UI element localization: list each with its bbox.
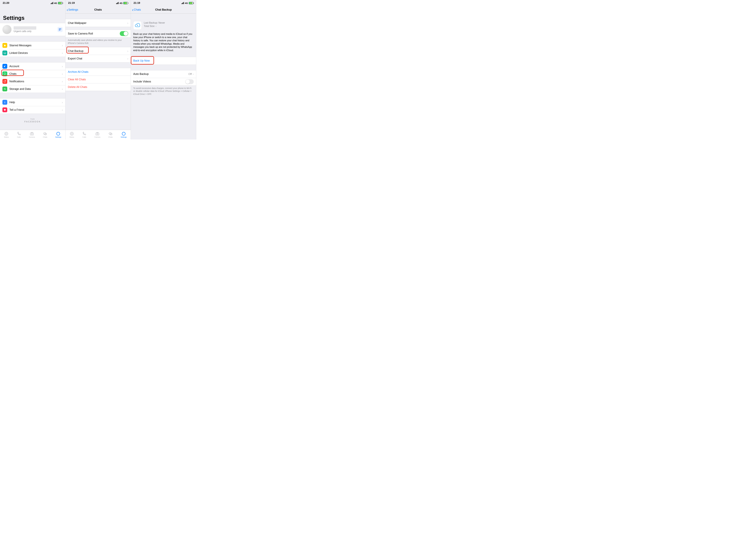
nav-bar: ‹Settings Chats (65, 6, 131, 14)
status-bar: 21:20 4G ⚡ (0, 0, 65, 6)
svg-point-25 (71, 133, 72, 134)
chevron-right-icon: › (62, 87, 63, 91)
status-right: 4G ⚡ (181, 2, 193, 4)
svg-point-14 (5, 101, 5, 102)
footer-data-charges: To avoid excessive data charges, connect… (131, 86, 196, 98)
tab-chats[interactable]: Chats (108, 132, 113, 138)
switch-save-camera-roll[interactable] (120, 31, 128, 36)
chevron-right-icon: › (62, 65, 63, 68)
profile-name (14, 26, 36, 30)
svg-rect-20 (31, 132, 33, 133)
row-account[interactable]: Account › (0, 62, 65, 70)
backup-description: Back up your chat history and media to i… (131, 31, 196, 54)
row-storage-data[interactable]: Storage and Data › (0, 85, 65, 93)
row-chats[interactable]: Chats › (0, 70, 65, 78)
svg-rect-3 (60, 30, 61, 30)
svg-rect-0 (59, 28, 60, 29)
profile-cell[interactable]: Urgent calls only (0, 23, 65, 36)
row-auto-backup[interactable]: Auto Backup Off › (131, 70, 196, 78)
chevron-right-icon: › (62, 72, 63, 76)
status-time: 21:19 (134, 2, 140, 5)
status-right: 4G ⚡ (51, 2, 63, 4)
chevron-right-icon: › (62, 80, 63, 83)
back-button[interactable]: ‹Settings (67, 8, 78, 12)
svg-point-13 (5, 80, 6, 81)
tab-bar: Status Calls Camera Chats Settings (65, 130, 131, 139)
row-notifications[interactable]: Notifications › (0, 78, 65, 85)
row-back-up-now[interactable]: Back Up Now (131, 57, 196, 65)
row-label: Notifications (9, 80, 62, 83)
row-archive-all[interactable]: Archive All Chats (65, 68, 131, 76)
back-button[interactable]: ‹Chats (132, 8, 141, 12)
tab-chats[interactable]: Chats (43, 132, 47, 138)
battery-icon: ⚡ (58, 2, 63, 4)
tab-bar: Status Calls Camera Chats Settings (0, 130, 65, 139)
row-label: Export Chat (68, 57, 127, 60)
row-linked-devices[interactable]: Linked Devices › (0, 49, 65, 57)
chevron-right-icon: › (62, 108, 63, 112)
status-time: 21:19 (68, 2, 75, 5)
network-label: 4G (185, 2, 188, 4)
nav-bar: ‹Chats Chat Backup (131, 6, 196, 14)
signal-icon (116, 2, 119, 4)
svg-rect-5 (60, 30, 61, 31)
row-label: Account (9, 65, 62, 68)
key-icon (2, 64, 7, 69)
tab-camera[interactable]: Camera (29, 132, 35, 138)
qr-code-icon[interactable] (57, 27, 63, 32)
row-delete-all[interactable]: Delete All Chats (65, 83, 131, 91)
branding-footer: from FACEBOOK (0, 114, 65, 123)
pane-chats-settings: 21:19 4G ⚡ ‹Settings Chats Chat Wallpape… (65, 0, 131, 139)
svg-point-16 (5, 132, 8, 135)
svg-point-31 (123, 133, 124, 134)
chevron-right-icon: › (62, 101, 63, 104)
row-label: Include Videos (133, 80, 185, 83)
network-label: 4G (54, 2, 57, 4)
desktop-icon (2, 50, 7, 55)
row-label: Chats (9, 72, 62, 75)
status-bar: 21:19 4G ⚡ (65, 0, 131, 6)
svg-point-19 (31, 133, 33, 134)
app-badge-icon (2, 79, 7, 84)
svg-rect-28 (97, 132, 98, 133)
tab-calls[interactable]: Calls (17, 132, 21, 138)
svg-rect-1 (60, 28, 61, 29)
row-chat-backup[interactable]: Chat Backup › (65, 47, 131, 55)
svg-point-11 (4, 73, 6, 75)
backup-info-block: Last Backup: Never Total Size: - (131, 19, 196, 31)
page-title: Settings (0, 6, 65, 23)
row-chat-wallpaper[interactable]: Chat Wallpaper › (65, 19, 131, 27)
chevron-left-icon: ‹ (67, 8, 68, 12)
row-label: Chat Wallpaper (68, 21, 127, 25)
switch-include-videos[interactable] (185, 79, 194, 84)
avatar (2, 25, 11, 34)
tab-settings[interactable]: Settings (121, 132, 127, 138)
last-backup-text: Last Backup: Never (144, 21, 165, 24)
row-label: Archive All Chats (68, 70, 128, 73)
row-tell-friend[interactable]: Tell a Friend › (0, 106, 65, 114)
svg-rect-10 (5, 65, 5, 66)
chevron-right-icon: › (127, 49, 128, 53)
signal-icon (181, 2, 184, 4)
tab-status[interactable]: Status (4, 132, 9, 138)
row-label: Clear All Chats (68, 78, 128, 81)
battery-icon: ⚡ (123, 2, 128, 4)
svg-point-27 (97, 133, 98, 134)
tab-status[interactable]: Status (69, 132, 74, 138)
row-save-camera-roll[interactable]: Save to Camera Roll (65, 30, 131, 37)
tab-settings[interactable]: Settings (55, 132, 61, 138)
svg-point-17 (6, 133, 7, 134)
chevron-right-icon: › (127, 57, 128, 60)
row-starred-messages[interactable]: Starred Messages › (0, 42, 65, 49)
chevron-right-icon: › (62, 51, 63, 55)
pane-chat-backup: 21:19 4G ⚡ ‹Chats Chat Backup Last Backu… (131, 0, 196, 139)
row-clear-all[interactable]: Clear All Chats (65, 76, 131, 83)
row-export-chat[interactable]: Export Chat › (65, 55, 131, 62)
row-help[interactable]: Help › (0, 98, 65, 106)
svg-rect-12 (4, 81, 6, 82)
battery-icon: ⚡ (189, 2, 193, 4)
tab-camera[interactable]: Camera (94, 132, 100, 138)
row-include-videos[interactable]: Include Videos (131, 78, 196, 85)
tab-calls[interactable]: Calls (82, 132, 86, 138)
svg-point-23 (58, 133, 59, 134)
